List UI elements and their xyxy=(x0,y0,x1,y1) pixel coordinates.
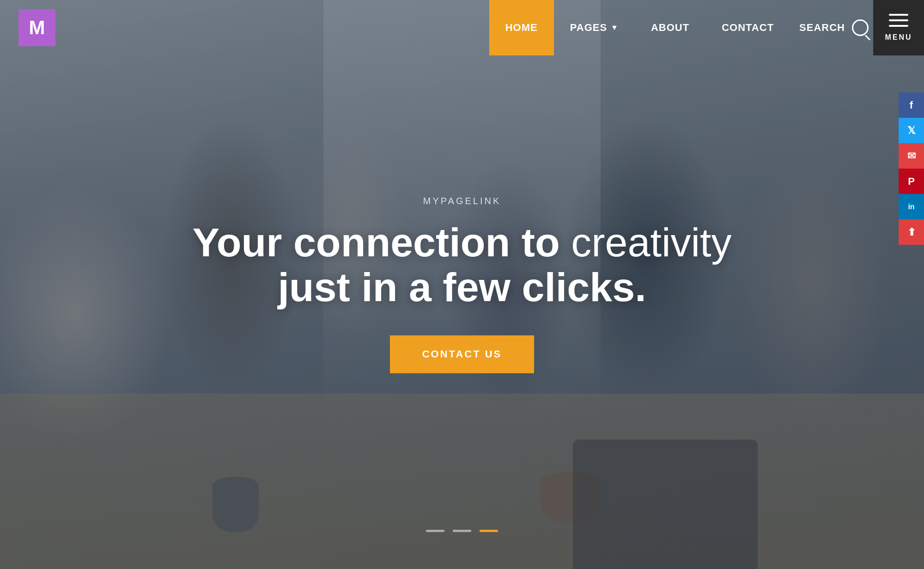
chevron-down-icon: ▼ xyxy=(611,24,619,32)
nav-item-home[interactable]: HOME xyxy=(489,0,554,55)
hamburger-menu[interactable]: MENU xyxy=(873,0,924,55)
nav-item-about[interactable]: ABOUT xyxy=(635,0,705,55)
facebook-icon[interactable]: f xyxy=(899,92,924,118)
logo-letter: M xyxy=(29,18,45,37)
nav-item-contact[interactable]: CONTACT xyxy=(705,0,790,55)
menu-label: MENU xyxy=(885,33,912,42)
hero-content: MYPAGELINK Your connection to creativity… xyxy=(162,196,762,373)
hero-title: Your connection to creativity just in a … xyxy=(162,220,762,310)
hero-title-line2: just in a few clicks. xyxy=(278,264,646,310)
social-sidebar: f 𝕏 ✉ P in ⬆ xyxy=(899,92,924,245)
slider-dots xyxy=(426,530,498,532)
nav-links: HOME PAGES ▼ ABOUT CONTACT SEARCH xyxy=(489,0,878,55)
hamburger-line-1 xyxy=(889,14,908,16)
navbar: M HOME PAGES ▼ ABOUT CONTACT SEARCH xyxy=(0,0,924,55)
nav-item-pages[interactable]: PAGES ▼ xyxy=(554,0,635,55)
slider-dot-2[interactable] xyxy=(453,530,471,532)
search-handle xyxy=(865,35,870,40)
slider-dot-3[interactable] xyxy=(480,530,498,532)
twitter-icon[interactable]: 𝕏 xyxy=(899,118,924,143)
pinterest-icon[interactable]: P xyxy=(899,169,924,194)
slider-dot-1[interactable] xyxy=(426,530,444,532)
email-icon[interactable]: ✉ xyxy=(899,143,924,169)
share-icon[interactable]: ⬆ xyxy=(899,219,924,245)
hamburger-line-2 xyxy=(889,19,908,21)
hero-title-bold: Your connection to creativity xyxy=(193,219,732,265)
hero-subtitle: MYPAGELINK xyxy=(162,196,762,206)
contact-us-button[interactable]: CONTACT US xyxy=(390,335,535,373)
logo[interactable]: M xyxy=(18,9,55,46)
search-icon xyxy=(852,19,869,36)
nav-search[interactable]: SEARCH xyxy=(790,19,878,36)
hero-section: M HOME PAGES ▼ ABOUT CONTACT SEARCH xyxy=(0,0,924,569)
linkedin-icon[interactable]: in xyxy=(899,194,924,219)
hamburger-line-3 xyxy=(889,25,908,27)
